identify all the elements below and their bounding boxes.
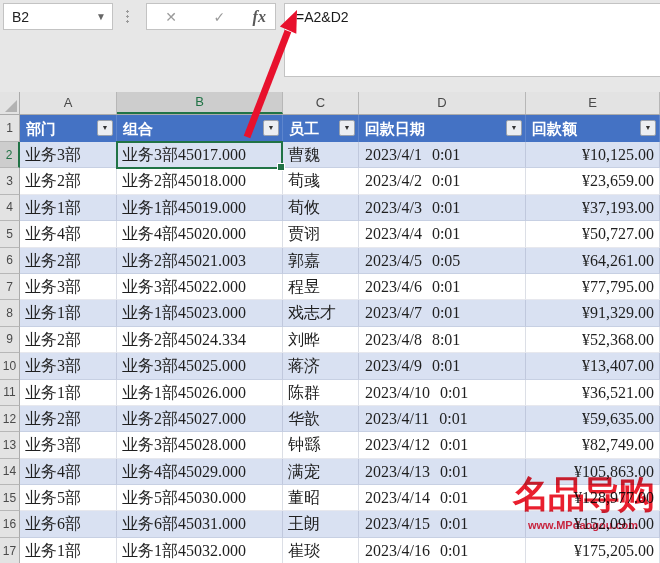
cell-c-date[interactable]: 2023/4/14 0:01	[359, 485, 526, 511]
row-header-12[interactable]: 12	[0, 406, 20, 432]
cell-c-dept[interactable]: 业务2部	[20, 406, 117, 432]
cell-c-dept[interactable]: 业务4部	[20, 459, 117, 485]
row-header-13[interactable]: 13	[0, 432, 20, 458]
cell-c-emp[interactable]: 刘晔	[283, 327, 359, 353]
row-header-16[interactable]: 16	[0, 511, 20, 537]
cell-c-date[interactable]: 2023/4/11 0:01	[359, 406, 526, 432]
cell-c-combo[interactable]: 业务1部45026.000	[117, 380, 283, 406]
cell-c-dept[interactable]: 业务3部	[20, 432, 117, 458]
header-cell-c-combo[interactable]: 组合▼	[117, 115, 283, 142]
cell-c-emp[interactable]: 荀彧	[283, 168, 359, 194]
header-cell-c-dept[interactable]: 部门▼	[20, 115, 117, 142]
cell-c-amt[interactable]: ¥52,368.00	[526, 327, 660, 353]
cell-c-combo[interactable]: 业务3部45017.000	[117, 142, 283, 168]
cell-c-combo[interactable]: 业务5部45030.000	[117, 485, 283, 511]
cell-c-combo[interactable]: 业务3部45022.000	[117, 274, 283, 300]
cell-c-combo[interactable]: 业务2部45024.334	[117, 327, 283, 353]
cell-c-dept[interactable]: 业务2部	[20, 248, 117, 274]
enter-icon[interactable]: ✓	[204, 9, 234, 25]
cell-c-dept[interactable]: 业务1部	[20, 300, 117, 326]
cell-c-combo[interactable]: 业务1部45019.000	[117, 195, 283, 221]
cell-c-combo[interactable]: 业务4部45020.000	[117, 221, 283, 247]
formula-bar-value[interactable]: =A2&D2	[296, 9, 349, 25]
row-header-11[interactable]: 11	[0, 380, 20, 406]
cell-c-amt[interactable]: ¥105,863.00	[526, 459, 660, 485]
cell-c-combo[interactable]: 业务4部45029.000	[117, 459, 283, 485]
filter-dropdown-icon[interactable]: ▼	[506, 120, 522, 136]
header-cell-c-amt[interactable]: 回款额▼	[526, 115, 660, 142]
cell-c-amt[interactable]: ¥128,977.00	[526, 485, 660, 511]
row-header-3[interactable]: 3	[0, 168, 20, 194]
cell-c-amt[interactable]: ¥36,521.00	[526, 380, 660, 406]
cell-c-emp[interactable]: 曹魏	[283, 142, 359, 168]
row-header-14[interactable]: 14	[0, 459, 20, 485]
cell-c-combo[interactable]: 业务2部45018.000	[117, 168, 283, 194]
cell-c-emp[interactable]: 陈群	[283, 380, 359, 406]
row-header-10[interactable]: 10	[0, 353, 20, 379]
cell-c-emp[interactable]: 郭嘉	[283, 248, 359, 274]
cell-c-date[interactable]: 2023/4/6 0:01	[359, 274, 526, 300]
cell-c-date[interactable]: 2023/4/16 0:01	[359, 538, 526, 563]
cell-c-amt[interactable]: ¥77,795.00	[526, 274, 660, 300]
cell-c-emp[interactable]: 王朗	[283, 511, 359, 537]
cancel-icon[interactable]: ✕	[156, 9, 186, 25]
cell-c-date[interactable]: 2023/4/3 0:01	[359, 195, 526, 221]
filter-dropdown-icon[interactable]: ▼	[339, 120, 355, 136]
cell-c-emp[interactable]: 程昱	[283, 274, 359, 300]
cell-c-dept[interactable]: 业务5部	[20, 485, 117, 511]
row-header-15[interactable]: 15	[0, 485, 20, 511]
cell-c-date[interactable]: 2023/4/4 0:01	[359, 221, 526, 247]
cell-c-date[interactable]: 2023/4/10 0:01	[359, 380, 526, 406]
header-cell-c-emp[interactable]: 员工▼	[283, 115, 359, 142]
cell-c-amt[interactable]: ¥10,125.00	[526, 142, 660, 168]
cell-c-date[interactable]: 2023/4/12 0:01	[359, 432, 526, 458]
cell-c-date[interactable]: 2023/4/5 0:05	[359, 248, 526, 274]
cell-c-amt[interactable]: ¥50,727.00	[526, 221, 660, 247]
cell-c-emp[interactable]: 董昭	[283, 485, 359, 511]
cell-c-dept[interactable]: 业务1部	[20, 380, 117, 406]
cell-c-date[interactable]: 2023/4/2 0:01	[359, 168, 526, 194]
filter-dropdown-icon[interactable]: ▼	[640, 120, 656, 136]
insert-function-icon[interactable]: fx	[253, 8, 266, 26]
name-box-value[interactable]: B2	[4, 9, 90, 25]
cell-c-amt[interactable]: ¥152,091.00	[526, 511, 660, 537]
cell-c-emp[interactable]: 戏志才	[283, 300, 359, 326]
cell-c-date[interactable]: 2023/4/13 0:01	[359, 459, 526, 485]
cell-c-amt[interactable]: ¥37,193.00	[526, 195, 660, 221]
cell-c-emp[interactable]: 贾诩	[283, 221, 359, 247]
cell-c-amt[interactable]: ¥13,407.00	[526, 353, 660, 379]
cell-c-combo[interactable]: 业务3部45028.000	[117, 432, 283, 458]
cell-c-combo[interactable]: 业务2部45021.003	[117, 248, 283, 274]
row-header-9[interactable]: 9	[0, 327, 20, 353]
select-all-corner[interactable]	[0, 92, 20, 115]
cell-c-emp[interactable]: 荀攸	[283, 195, 359, 221]
row-header-17[interactable]: 17	[0, 538, 20, 563]
cell-c-date[interactable]: 2023/4/8 8:01	[359, 327, 526, 353]
cell-c-amt[interactable]: ¥23,659.00	[526, 168, 660, 194]
cell-c-date[interactable]: 2023/4/1 0:01	[359, 142, 526, 168]
cell-c-amt[interactable]: ¥91,329.00	[526, 300, 660, 326]
column-header-C[interactable]: C	[283, 92, 359, 114]
cell-c-date[interactable]: 2023/4/9 0:01	[359, 353, 526, 379]
cell-c-dept[interactable]: 业务3部	[20, 142, 117, 168]
cell-c-emp[interactable]: 蒋济	[283, 353, 359, 379]
header-cell-c-date[interactable]: 回款日期▼	[359, 115, 526, 142]
filter-dropdown-icon[interactable]: ▼	[263, 120, 279, 136]
name-box-dropdown-icon[interactable]: ▼	[90, 11, 112, 22]
cell-c-combo[interactable]: 业务6部45031.000	[117, 511, 283, 537]
cell-c-emp[interactable]: 崔琰	[283, 538, 359, 563]
cell-c-dept[interactable]: 业务3部	[20, 353, 117, 379]
row-header-1[interactable]: 1	[0, 115, 20, 142]
formula-bar[interactable]: =A2&D2	[284, 3, 660, 77]
cell-c-emp[interactable]: 钟繇	[283, 432, 359, 458]
row-header-7[interactable]: 7	[0, 274, 20, 300]
cell-c-dept[interactable]: 业务2部	[20, 327, 117, 353]
column-header-B[interactable]: B	[117, 92, 283, 114]
column-header-A[interactable]: A	[20, 92, 117, 114]
cell-c-date[interactable]: 2023/4/15 0:01	[359, 511, 526, 537]
cell-c-dept[interactable]: 业务1部	[20, 195, 117, 221]
cell-c-combo[interactable]: 业务2部45027.000	[117, 406, 283, 432]
formula-bar-drag-handle[interactable]	[126, 9, 129, 25]
cell-c-dept[interactable]: 业务3部	[20, 274, 117, 300]
cell-c-dept[interactable]: 业务4部	[20, 221, 117, 247]
